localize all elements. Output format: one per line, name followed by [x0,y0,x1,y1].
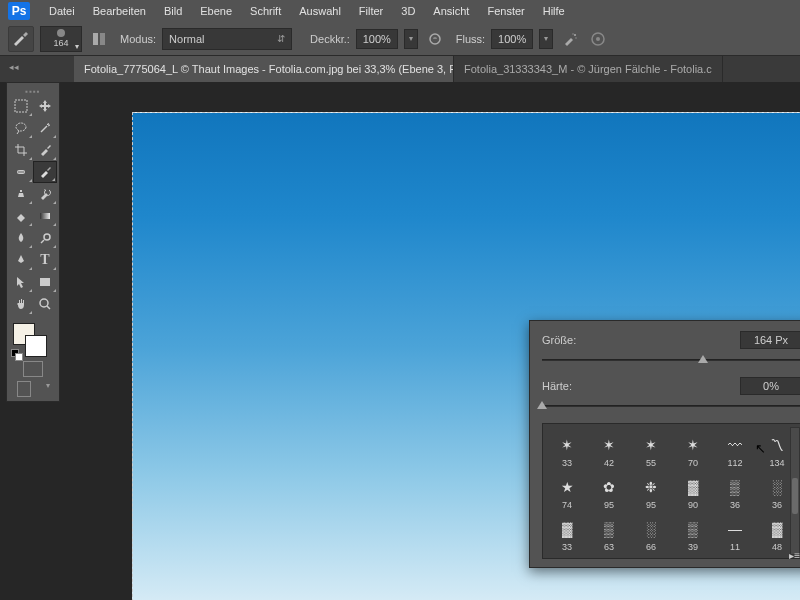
svg-point-12 [20,171,22,173]
screenmode-icon[interactable] [17,381,31,397]
size-pressure-icon[interactable] [587,28,609,50]
opacity-input[interactable]: 100% [356,29,398,49]
tool-preset-picker[interactable] [8,26,34,52]
preset-size-label: 74 [562,500,572,510]
path-selection-tool[interactable] [9,271,33,293]
color-swatches[interactable] [9,321,57,359]
preset-preview: ▓ [763,516,791,542]
brush-preset[interactable]: ★74 [547,470,587,510]
preset-preview: ▒ [721,474,749,500]
workspace: ▪▪▪▪ T [0,82,800,600]
menu-bild[interactable]: Bild [155,5,191,17]
move-tool[interactable] [33,95,57,117]
brush-preset[interactable]: ▓90 [673,470,713,510]
opacity-pressure-icon[interactable] [424,28,446,50]
airbrush-icon[interactable] [559,28,581,50]
brush-size-input[interactable]: 164 Px [740,331,800,349]
svg-rect-1 [100,33,105,45]
preset-preview: ▒ [595,516,623,542]
document-tab[interactable]: Fotolia_31333343_M - © Jürgen Fälchle - … [454,56,723,82]
brush-preset[interactable]: ▒63 [589,512,629,552]
brush-preset[interactable]: —11 [715,512,755,552]
svg-point-5 [572,33,574,35]
menu-datei[interactable]: Datei [40,5,84,17]
brush-preset[interactable]: ▒39 [673,512,713,552]
menu-ebene[interactable]: Ebene [191,5,241,17]
crop-tool[interactable] [9,139,33,161]
opacity-dropdown[interactable]: ▾ [404,29,418,49]
app-logo[interactable]: Ps [8,2,30,20]
menu-schrift[interactable]: Schrift [241,5,290,17]
preset-preview: ✶ [679,432,707,458]
pen-tool[interactable] [9,249,33,271]
menu-3d[interactable]: 3D [392,5,424,17]
brush-preset[interactable]: ✶42 [589,428,629,468]
eyedropper-tool[interactable] [33,139,57,161]
zoom-tool[interactable] [33,293,57,315]
brush-preset[interactable]: ✿95 [589,470,629,510]
blend-mode-select[interactable]: Normal [162,28,292,50]
preset-scrollbar[interactable] [790,427,800,555]
toolbox-grip[interactable]: ▪▪▪▪ [9,87,57,95]
preset-preview: ▓ [679,474,707,500]
dodge-tool[interactable] [33,227,57,249]
rectangle-tool[interactable] [33,271,57,293]
clone-stamp-tool[interactable] [9,183,33,205]
blur-tool[interactable] [9,227,33,249]
svg-point-9 [16,123,26,131]
screenmode-dropdown-icon[interactable]: ▾ [46,381,50,397]
menu-ansicht[interactable]: Ansicht [424,5,478,17]
brush-preset[interactable]: ●55 [589,554,629,559]
menu-bearbeiten[interactable]: Bearbeiten [84,5,155,17]
flow-input[interactable]: 100% [491,29,533,49]
brush-preset[interactable]: ✶33 [547,428,587,468]
svg-point-4 [575,37,577,39]
brush-size-label: Größe: [542,334,576,346]
brush-tool[interactable] [33,161,57,183]
brush-preset[interactable]: ░66 [631,512,671,552]
menu-fenster[interactable]: Fenster [478,5,533,17]
canvas-area: ✲ ◪ Größe: 164 Px Härte: 0% ✶33✶42✶55✶70… [74,82,800,600]
brush-preset[interactable]: ●100 [631,554,671,559]
background-swatch[interactable] [25,335,47,357]
history-brush-tool[interactable] [33,183,57,205]
brush-panel-toggle[interactable] [88,28,110,50]
menu-hilfe[interactable]: Hilfe [534,5,574,17]
hand-tool[interactable] [9,293,33,315]
brush-preset[interactable]: ▒36 [715,470,755,510]
brush-hardness-input[interactable]: 0% [740,377,800,395]
preset-size-label: 42 [604,458,614,468]
preset-size-label: 95 [646,500,656,510]
preset-preview: ● [679,558,707,559]
brush-preset[interactable]: ●23 [673,554,713,559]
preset-size-label: 90 [688,500,698,510]
default-colors-icon[interactable] [11,349,21,359]
quickmask-icon[interactable] [23,361,43,377]
healing-brush-tool[interactable] [9,161,33,183]
brush-size-slider[interactable] [542,353,800,367]
brush-preset-picker[interactable]: 164 [40,26,82,52]
menu-filter[interactable]: Filter [350,5,392,17]
mode-label: Modus: [120,33,156,45]
gradient-tool[interactable] [33,205,57,227]
preset-menu-icon[interactable]: ▸≡ [789,550,800,561]
brush-preset[interactable]: ●32 [547,554,587,559]
brush-preset[interactable]: ✶70 [673,428,713,468]
preset-preview: ★ [553,474,581,500]
flow-dropdown[interactable]: ▾ [539,29,553,49]
panel-expander-icon[interactable]: ◂◂ [6,62,22,72]
brush-preset[interactable]: ❉95 [631,470,671,510]
eraser-tool[interactable] [9,205,33,227]
preset-size-label: 55 [646,458,656,468]
brush-hardness-slider[interactable] [542,399,800,413]
menubar: Ps DateiBearbeitenBildEbeneSchriftAuswah… [0,0,800,22]
brush-preset[interactable]: ✶55 [631,428,671,468]
brush-preset[interactable]: ▓33 [547,512,587,552]
magic-wand-tool[interactable] [33,117,57,139]
marquee-tool[interactable] [9,95,33,117]
menu-auswahl[interactable]: Auswahl [290,5,350,17]
type-tool[interactable]: T [33,249,57,271]
brush-preset[interactable]: 〰112 [715,428,755,468]
lasso-tool[interactable] [9,117,33,139]
document-tab[interactable]: Fotolia_7775064_L © Thaut Images - Fotol… [74,56,454,82]
